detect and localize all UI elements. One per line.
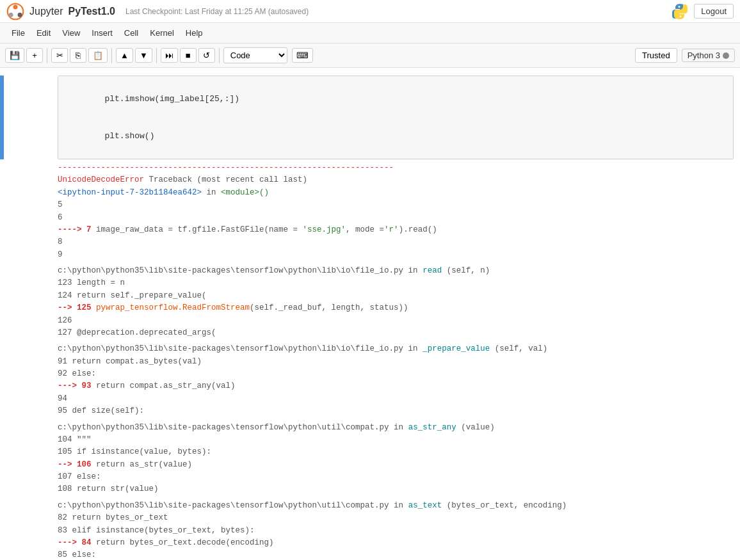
ctx1-l5: 9 xyxy=(58,249,734,261)
file2-args: (self, val) xyxy=(495,344,548,353)
svg-point-3 xyxy=(18,12,22,17)
file3-func: as_str_any xyxy=(408,423,456,432)
ctx4-l5: 108 return str(value) xyxy=(58,483,734,495)
module-ref: <module>() xyxy=(221,188,269,197)
stop-button[interactable]: ■ xyxy=(180,48,197,63)
cell-content[interactable]: plt.imshow(img_label[25,:]) plt.show() xyxy=(58,76,734,159)
save-button[interactable]: 💾 xyxy=(5,48,24,63)
svg-point-2 xyxy=(9,12,13,17)
code-line-2: plt.show() xyxy=(104,131,154,141)
code-cell: plt.imshow(img_label[25,:]) plt.show() xyxy=(0,76,740,159)
file2-line: c:\python\python35\lib\site-packages\ten… xyxy=(58,343,734,355)
context-lines-3: 91 return compat.as_bytes(val) 92 else: … xyxy=(58,356,734,418)
notebook-title[interactable]: PyTest1.0 xyxy=(68,6,115,17)
ctx3-l1: 91 return compat.as_bytes(val) xyxy=(58,356,734,368)
cell-type-select[interactable]: Code Markdown Raw NBConvert xyxy=(223,47,287,63)
menu-kernel[interactable]: Kernel xyxy=(145,26,179,40)
cell-inactive-indicator xyxy=(0,162,4,559)
ctx5-l4: 85 else: xyxy=(58,549,734,559)
jupyter-logo xyxy=(6,3,24,20)
trusted-button[interactable]: Trusted xyxy=(635,48,677,63)
copy-button[interactable]: ⎘ xyxy=(70,48,86,63)
cell-active-indicator xyxy=(0,76,4,159)
menubar: File Edit View Insert Cell Kernel Help xyxy=(0,23,740,44)
ctx3-l2: 92 else: xyxy=(58,368,734,380)
menu-cell[interactable]: Cell xyxy=(119,26,143,40)
file2-in: in xyxy=(408,344,423,353)
error-type-line: UnicodeDecodeError Traceback (most recen… xyxy=(58,174,734,186)
keyboard-shortcuts-button[interactable]: ⌨ xyxy=(292,48,313,63)
file1-args: (self, n) xyxy=(447,266,490,275)
file2-func: _prepare_value xyxy=(422,344,490,353)
toolbar: 💾 + ✂ ⎘ 📋 ▲ ▼ ⏭ ■ ↺ Code Markdown Raw NB… xyxy=(0,44,740,68)
ctx2-l5: 127 @deprecation.deprecated_args( xyxy=(58,327,734,339)
context-lines-2: 123 length = n 124 return self._prepare_… xyxy=(58,277,734,339)
ctx4-l2: 105 if isinstance(value, bytes): xyxy=(58,446,734,458)
python-indicator: Python 3 xyxy=(682,49,735,62)
restart-button[interactable]: ↺ xyxy=(198,48,215,63)
context-lines-1: 5 6 ----> 7 image_raw_data = tf.gfile.Fa… xyxy=(58,199,734,261)
file3-path: c:\python\python35\lib\site-packages\ten… xyxy=(58,423,389,432)
ctx4-l3: --> 106 return as_str(value) xyxy=(58,459,734,471)
menu-view[interactable]: View xyxy=(57,26,85,40)
ctx4-l4: 107 else: xyxy=(58,471,734,483)
menu-file[interactable]: File xyxy=(6,26,30,40)
add-cell-button[interactable]: + xyxy=(26,48,43,63)
move-up-button[interactable]: ▲ xyxy=(116,48,133,63)
menu-edit[interactable]: Edit xyxy=(31,26,56,40)
traceback-divider: ----------------------------------------… xyxy=(58,162,734,174)
ctx3-l5: 95 def size(self): xyxy=(58,405,734,417)
ctx2-l4: 126 xyxy=(58,315,734,327)
ctx2-l2: 124 return self._prepare_value( xyxy=(58,290,734,302)
file1-func: read xyxy=(422,266,442,275)
in-keyword: in xyxy=(207,188,221,197)
menu-insert[interactable]: Insert xyxy=(86,26,118,40)
file4-path: c:\python\python35\lib\site-packages\ten… xyxy=(58,501,389,510)
code-line-1: plt.imshow(img_label[25,:]) xyxy=(104,94,239,104)
checkpoint-info: Last Checkpoint: Last Friday at 11:25 AM… xyxy=(125,7,309,16)
file3-args: (value) xyxy=(461,423,495,432)
ctx5-l2: 83 elif isinstance(bytes_or_text, bytes)… xyxy=(58,525,734,537)
run-button[interactable]: ⏭ xyxy=(161,48,178,63)
file4-func: as_text xyxy=(408,501,442,510)
toolbar-separator-4 xyxy=(219,48,220,63)
toolbar-separator-1 xyxy=(47,48,47,63)
toolbar-separator-2 xyxy=(111,48,112,63)
main-content: plt.imshow(img_label[25,:]) plt.show() -… xyxy=(0,68,740,559)
paste-button[interactable]: 📋 xyxy=(88,48,108,63)
file1-line: c:\python\python35\lib\site-packages\ten… xyxy=(58,265,734,277)
app-name: Jupyter xyxy=(29,6,63,17)
input-ref-line: <ipython-input-7-32b1184ea642> in <modul… xyxy=(58,187,734,199)
ctx3-l4: 94 xyxy=(58,393,734,405)
python-logo-icon xyxy=(671,3,689,20)
file4-line: c:\python\python35\lib\site-packages\ten… xyxy=(58,500,734,512)
output-prompt-area xyxy=(6,162,58,559)
header-left: Jupyter PyTest1.0 Last Checkpoint: Last … xyxy=(6,3,309,20)
toolbar-separator-3 xyxy=(156,48,157,63)
file4-in: in xyxy=(394,501,408,510)
menu-help[interactable]: Help xyxy=(181,26,208,40)
move-down-button[interactable]: ▼ xyxy=(135,48,152,63)
context-lines-5: 82 return bytes_or_text 83 elif isinstan… xyxy=(58,512,734,559)
file1-path: c:\python\python35\lib\site-packages\ten… xyxy=(58,266,403,275)
file3-line: c:\python\python35\lib\site-packages\ten… xyxy=(58,422,734,434)
svg-point-1 xyxy=(13,4,18,9)
logout-button[interactable]: Logout xyxy=(694,4,734,19)
ctx1-l3: ----> 7 image_raw_data = tf.gfile.FastGF… xyxy=(58,224,734,236)
output-area: ----------------------------------------… xyxy=(58,162,734,559)
file2-path: c:\python\python35\lib\site-packages\ten… xyxy=(58,344,403,353)
ctx5-l3: ---> 84 return bytes_or_text.decode(enco… xyxy=(58,537,734,549)
ctx1-l2: 6 xyxy=(58,212,734,224)
header: Jupyter PyTest1.0 Last Checkpoint: Last … xyxy=(0,0,740,23)
python-label: Python 3 xyxy=(688,51,720,60)
ctx5-l1: 82 return bytes_or_text xyxy=(58,512,734,524)
error-type: UnicodeDecodeError xyxy=(58,175,144,184)
header-right: Logout xyxy=(671,3,734,20)
ctx2-l1: 123 length = n xyxy=(58,277,734,289)
code-area[interactable]: plt.imshow(img_label[25,:]) plt.show() xyxy=(58,76,733,159)
file3-in: in xyxy=(394,423,408,432)
cut-button[interactable]: ✂ xyxy=(51,48,68,63)
ctx2-l3: --> 125 pywrap_tensorflow.ReadFromStream… xyxy=(58,302,734,314)
traceback-header: Traceback (most recent call last) xyxy=(149,175,308,184)
file4-args: (bytes_or_text, encoding) xyxy=(447,501,567,510)
